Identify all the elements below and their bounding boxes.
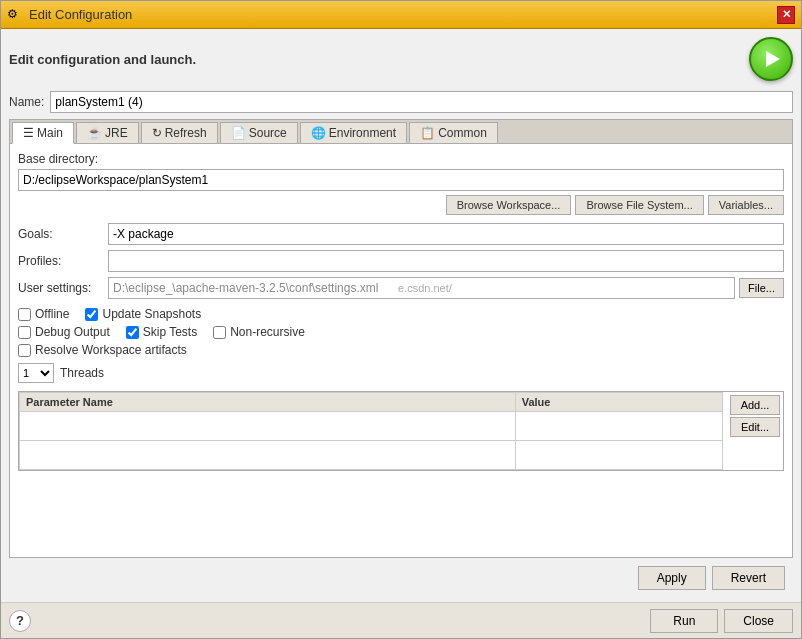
checkbox-row-2: Debug Output Skip Tests Non-recursive	[18, 325, 784, 339]
user-settings-input[interactable]	[108, 277, 735, 299]
run-quick-button[interactable]	[749, 37, 793, 81]
resolve-workspace-checkbox[interactable]	[18, 344, 31, 357]
debug-output-label: Debug Output	[35, 325, 110, 339]
threads-label: Threads	[60, 366, 104, 380]
table-row	[20, 441, 723, 470]
tab-environment[interactable]: 🌐 Environment	[300, 122, 407, 143]
name-row: Name:	[9, 91, 793, 113]
tab-main-label: Main	[37, 126, 63, 140]
offline-label: Offline	[35, 307, 69, 321]
name-input[interactable]	[50, 91, 793, 113]
params-side-buttons: Add... Edit...	[727, 392, 783, 440]
params-table: Parameter Name Value	[19, 392, 723, 470]
tab-refresh[interactable]: ↻ Refresh	[141, 122, 218, 143]
run-triangle-icon	[766, 51, 780, 67]
window: ⚙ Edit Configuration ✕ Edit configuratio…	[0, 0, 802, 639]
tab-environment-label: Environment	[329, 126, 396, 140]
non-recursive-checkbox-item: Non-recursive	[213, 325, 305, 339]
base-dir-input[interactable]	[18, 169, 784, 191]
content-area: Edit configuration and launch. Name: ☰ M…	[1, 29, 801, 602]
params-table-container: Parameter Name Value	[18, 391, 784, 471]
base-dir-label: Base directory:	[18, 152, 784, 166]
non-recursive-label: Non-recursive	[230, 325, 305, 339]
goals-label: Goals:	[18, 227, 108, 241]
skip-tests-label: Skip Tests	[143, 325, 197, 339]
threads-select[interactable]: 1 2 4 8	[18, 363, 54, 383]
browse-workspace-button[interactable]: Browse Workspace...	[446, 195, 572, 215]
user-settings-row: User settings: e.csdn.net/ File...	[18, 277, 784, 299]
help-button[interactable]: ?	[9, 610, 31, 632]
source-tab-icon: 📄	[231, 126, 246, 140]
bottom-buttons: Apply Revert	[9, 558, 793, 594]
window-title: Edit Configuration	[29, 7, 132, 22]
apply-button[interactable]: Apply	[638, 566, 706, 590]
panel-content: Base directory: Browse Workspace... Brow…	[10, 144, 792, 557]
main-tab-icon: ☰	[23, 126, 34, 140]
name-label: Name:	[9, 95, 44, 109]
profiles-row: Profiles:	[18, 250, 784, 272]
browse-buttons-row: Browse Workspace... Browse File System..…	[18, 195, 784, 215]
col-param-name: Parameter Name	[20, 393, 516, 412]
tabs-row: ☰ Main ☕ JRE ↻ Refresh 📄 Source 🌐 En	[10, 120, 792, 144]
resolve-workspace-checkbox-item: Resolve Workspace artifacts	[18, 343, 187, 357]
skip-tests-checkbox-item: Skip Tests	[126, 325, 197, 339]
jre-tab-icon: ☕	[87, 126, 102, 140]
header-description: Edit configuration and launch.	[9, 52, 196, 67]
browse-file-system-button[interactable]: Browse File System...	[575, 195, 703, 215]
update-snapshots-label: Update Snapshots	[102, 307, 201, 321]
non-recursive-checkbox[interactable]	[213, 326, 226, 339]
revert-button[interactable]: Revert	[712, 566, 785, 590]
refresh-tab-icon: ↻	[152, 126, 162, 140]
env-tab-icon: 🌐	[311, 126, 326, 140]
tab-jre-label: JRE	[105, 126, 128, 140]
skip-tests-checkbox[interactable]	[126, 326, 139, 339]
checkboxes-section: Offline Update Snapshots Debug Output	[18, 307, 784, 357]
update-snapshots-checkbox-item: Update Snapshots	[85, 307, 201, 321]
header-row: Edit configuration and launch.	[9, 37, 793, 81]
debug-output-checkbox-item: Debug Output	[18, 325, 110, 339]
footer-right-buttons: Run Close	[650, 609, 793, 633]
tab-common[interactable]: 📋 Common	[409, 122, 498, 143]
threads-row: 1 2 4 8 Threads	[18, 363, 784, 383]
goals-input[interactable]	[108, 223, 784, 245]
main-panel: ☰ Main ☕ JRE ↻ Refresh 📄 Source 🌐 En	[9, 119, 793, 558]
update-snapshots-checkbox[interactable]	[85, 308, 98, 321]
tab-common-label: Common	[438, 126, 487, 140]
col-param-value: Value	[515, 393, 722, 412]
tab-main[interactable]: ☰ Main	[12, 122, 74, 144]
close-button[interactable]: Close	[724, 609, 793, 633]
add-param-button[interactable]: Add...	[730, 395, 780, 415]
offline-checkbox[interactable]	[18, 308, 31, 321]
common-tab-icon: 📋	[420, 126, 435, 140]
variables-button[interactable]: Variables...	[708, 195, 784, 215]
debug-output-checkbox[interactable]	[18, 326, 31, 339]
tab-jre[interactable]: ☕ JRE	[76, 122, 139, 143]
titlebar-left: ⚙ Edit Configuration	[7, 7, 132, 23]
profiles-label: Profiles:	[18, 254, 108, 268]
titlebar: ⚙ Edit Configuration ✕	[1, 1, 801, 29]
checkbox-row-3: Resolve Workspace artifacts	[18, 343, 784, 357]
profiles-input[interactable]	[108, 250, 784, 272]
goals-row: Goals:	[18, 223, 784, 245]
user-settings-label: User settings:	[18, 281, 108, 295]
tab-source-label: Source	[249, 126, 287, 140]
tab-source[interactable]: 📄 Source	[220, 122, 298, 143]
close-window-button[interactable]: ✕	[777, 6, 795, 24]
run-button[interactable]: Run	[650, 609, 718, 633]
app-icon: ⚙	[7, 7, 23, 23]
checkbox-row-1: Offline Update Snapshots	[18, 307, 784, 321]
file-button[interactable]: File...	[739, 278, 784, 298]
table-row	[20, 412, 723, 441]
tab-refresh-label: Refresh	[165, 126, 207, 140]
edit-param-button[interactable]: Edit...	[730, 417, 780, 437]
offline-checkbox-item: Offline	[18, 307, 69, 321]
resolve-workspace-label: Resolve Workspace artifacts	[35, 343, 187, 357]
footer-row: ? Run Close	[1, 602, 801, 638]
